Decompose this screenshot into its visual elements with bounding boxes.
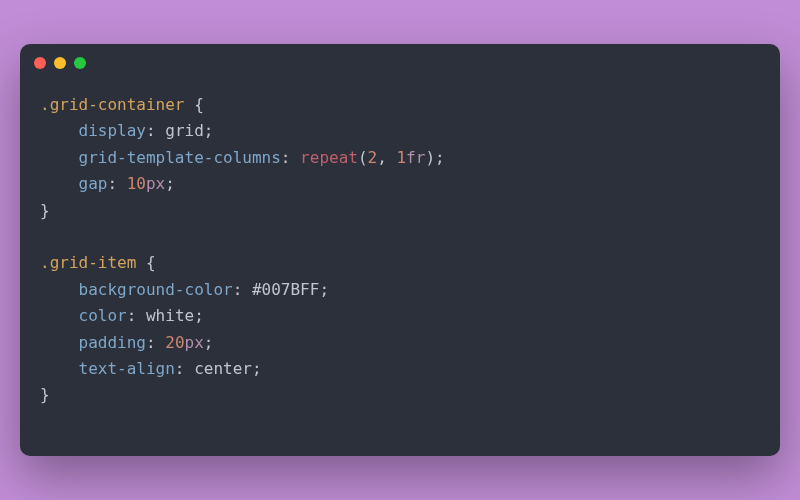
semicolon: ; xyxy=(319,280,329,299)
css-unit: px xyxy=(146,174,165,193)
css-property: padding xyxy=(79,333,146,352)
css-number: 20 xyxy=(165,333,184,352)
code-block: .grid-container { display: grid; grid-te… xyxy=(20,82,780,429)
open-paren: ( xyxy=(358,148,368,167)
css-selector: .grid-container xyxy=(40,95,185,114)
css-number: 1 xyxy=(396,148,406,167)
css-property: grid-template-columns xyxy=(79,148,281,167)
colon: : xyxy=(127,306,137,325)
semicolon: ; xyxy=(435,148,445,167)
css-value: white xyxy=(146,306,194,325)
comma: , xyxy=(377,148,387,167)
semicolon: ; xyxy=(204,333,214,352)
close-icon[interactable] xyxy=(34,57,46,69)
css-property: color xyxy=(79,306,127,325)
code-window: .grid-container { display: grid; grid-te… xyxy=(20,44,780,456)
window-titlebar xyxy=(20,44,780,82)
minimize-icon[interactable] xyxy=(54,57,66,69)
css-unit: fr xyxy=(406,148,425,167)
css-property: text-align xyxy=(79,359,175,378)
css-function: repeat xyxy=(300,148,358,167)
semicolon: ; xyxy=(194,306,204,325)
open-brace: { xyxy=(194,95,204,114)
open-brace: { xyxy=(146,253,156,272)
semicolon: ; xyxy=(204,121,214,140)
maximize-icon[interactable] xyxy=(74,57,86,69)
css-property: display xyxy=(79,121,146,140)
colon: : xyxy=(175,359,185,378)
css-property: background-color xyxy=(79,280,233,299)
css-number: 10 xyxy=(127,174,146,193)
colon: : xyxy=(146,121,156,140)
semicolon: ; xyxy=(252,359,262,378)
css-selector: .grid-item xyxy=(40,253,136,272)
css-property: gap xyxy=(79,174,108,193)
close-brace: } xyxy=(40,385,50,404)
colon: : xyxy=(146,333,156,352)
css-value: #007BFF xyxy=(252,280,319,299)
colon: : xyxy=(281,148,291,167)
close-brace: } xyxy=(40,201,50,220)
colon: : xyxy=(233,280,243,299)
colon: : xyxy=(107,174,117,193)
close-paren: ) xyxy=(425,148,435,167)
css-value: center xyxy=(194,359,252,378)
css-value: grid xyxy=(165,121,204,140)
semicolon: ; xyxy=(165,174,175,193)
css-number: 2 xyxy=(368,148,378,167)
css-unit: px xyxy=(185,333,204,352)
